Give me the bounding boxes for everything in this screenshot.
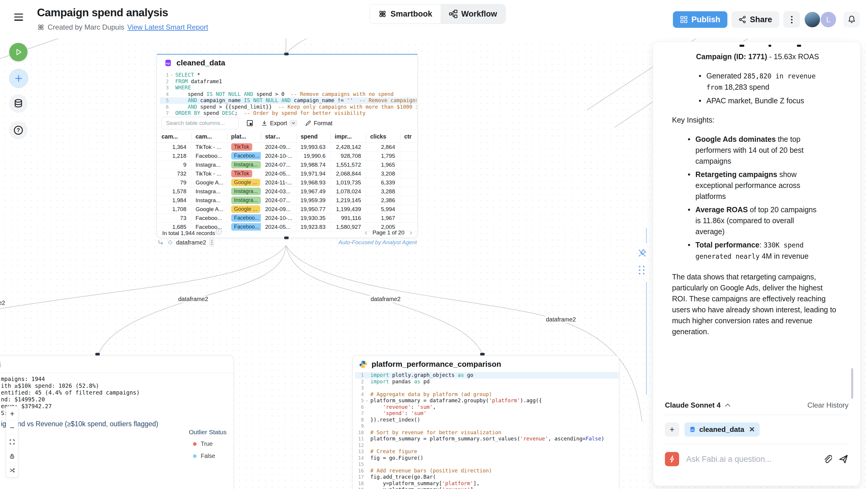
column-header[interactable]: cam... xyxy=(191,130,227,142)
tab-smartbook-label: Smartbook xyxy=(391,9,432,19)
table-row[interactable]: 1,364TikTok - ...TikTok2024-09...19,993.… xyxy=(157,143,417,152)
column-header[interactable]: ctr xyxy=(400,130,416,142)
lock-axes-button[interactable] xyxy=(6,449,18,463)
platform-badge: Instagra... xyxy=(231,188,261,195)
expand-icon xyxy=(246,120,253,127)
publish-button[interactable]: Publish xyxy=(673,11,727,28)
tab-smartbook[interactable]: Smartbook xyxy=(370,4,440,23)
share-icon xyxy=(739,16,746,23)
model-selector[interactable]: Claude Sonnet 4 xyxy=(665,401,731,409)
avatar-initial[interactable]: L xyxy=(820,11,837,28)
info-icon[interactable]: i xyxy=(216,229,221,235)
table-row[interactable]: 73Faceboo...Faceboo...2024-10-...19,930.… xyxy=(157,214,417,223)
column-header[interactable]: impr... xyxy=(331,130,366,142)
node-platform-performance[interactable]: platform_performance_comparison 1import … xyxy=(352,355,619,489)
dataframe-menu-button[interactable] xyxy=(209,239,214,246)
input-port[interactable] xyxy=(284,53,289,55)
prev-page-button[interactable]: ‹ xyxy=(365,228,367,237)
data-sources-button[interactable] xyxy=(9,94,28,113)
table-row[interactable]: 732TikTok - ...TikTok2024-05...19,971.94… xyxy=(157,169,417,178)
table-row[interactable]: 1,984Instagra...Instagra...2024-07...19,… xyxy=(157,196,417,205)
help-button[interactable]: ? xyxy=(9,121,28,140)
python-editor[interactable]: 1import plotly.graph_objects as go2impor… xyxy=(355,372,618,489)
column-header[interactable]: spend xyxy=(297,130,331,142)
share-button[interactable]: Share xyxy=(732,11,779,28)
fullscreen-button[interactable] xyxy=(6,435,18,449)
chart-legend: Outlier Status True False xyxy=(189,429,226,465)
legend-swatch-true xyxy=(193,442,196,446)
add-context-button[interactable]: + xyxy=(665,422,679,437)
table-row[interactable]: 79Google A...Google ...2024-11-...19,968… xyxy=(157,178,417,187)
notifications-button[interactable] xyxy=(844,11,860,28)
record-count: In total 1,944 recordsi xyxy=(162,229,221,237)
next-page-button[interactable]: › xyxy=(410,228,412,237)
legend-label: True xyxy=(201,440,213,447)
panel-drag-handle[interactable] xyxy=(639,266,647,278)
panel-guide-line xyxy=(646,228,647,243)
download-icon xyxy=(261,120,268,126)
format-pen-icon xyxy=(305,120,311,126)
shuffle-button[interactable] xyxy=(6,463,18,477)
node-campaign-roi[interactable]: gn_roi mpaigns: 1944ith ≥$10k spend: 102… xyxy=(0,355,234,489)
roi-input-port[interactable] xyxy=(95,353,100,356)
export-dropdown[interactable] xyxy=(289,120,297,126)
expand-table-button[interactable] xyxy=(246,120,253,127)
export-button[interactable]: Export xyxy=(261,120,297,127)
plus-icon xyxy=(14,74,23,83)
sql-editor[interactable]: 1›SELECT *2FROM dataframe13WHERE4 spend … xyxy=(160,72,417,117)
legend-item[interactable]: False xyxy=(193,453,226,459)
ask-question-input[interactable] xyxy=(686,454,816,464)
platform-badge: Faceboo... xyxy=(231,152,261,159)
avatar[interactable] xyxy=(804,11,820,28)
legend-label: False xyxy=(201,453,215,459)
insight-bullet: Generated 285,820 in revenue from 18,283… xyxy=(699,70,827,93)
insight-bullet: APAC market, Bundle Z focus xyxy=(699,95,827,106)
lock-icon xyxy=(9,453,15,459)
insight-bullet: Google Ads dominates the top performers … xyxy=(688,134,823,166)
fabi-logo xyxy=(665,452,679,466)
table-row[interactable]: 1,578Instagra...Instagra...2024-03...19,… xyxy=(157,187,417,196)
export-label: Export xyxy=(270,120,287,127)
zoom-out-button[interactable]: − xyxy=(6,421,18,435)
column-header[interactable]: star... xyxy=(261,130,297,142)
code-line: 18 y=platform_summary['platform'], xyxy=(355,481,618,487)
insight-bullet: Total performance: 330K spend generated … xyxy=(688,240,823,262)
platform-input-port[interactable] xyxy=(480,353,485,356)
legend-item[interactable]: True xyxy=(193,440,226,447)
smart-report-link[interactable]: View Latest Smart Report xyxy=(127,23,208,31)
auto-focus-note: Auto-Focused by Analyst Agent xyxy=(338,239,417,246)
send-icon[interactable] xyxy=(838,454,848,464)
smartbook-icon xyxy=(378,9,387,18)
code-line: 10# Sort by revenue for better visualiza… xyxy=(355,429,618,436)
code-line: 17fig.add_trace(go.Bar( xyxy=(355,474,618,481)
table-row[interactable]: 9Instagra...Instagra...2024-07...19,988.… xyxy=(157,160,417,169)
format-button[interactable]: Format xyxy=(305,120,333,127)
context-chip-cleaned-data[interactable]: SQL cleaned_data ✕ xyxy=(684,422,760,437)
menu-icon[interactable] xyxy=(14,13,23,21)
node-cleaned-data[interactable]: SQL cleaned_data 1›SELECT *2FROM datafra… xyxy=(157,54,418,238)
unpin-panel-icon[interactable] xyxy=(637,248,647,258)
search-columns-input[interactable] xyxy=(162,117,239,129)
column-header[interactable]: clicks xyxy=(366,130,400,142)
return-arrow-icon xyxy=(158,239,164,246)
add-node-button[interactable] xyxy=(9,69,28,88)
table-row[interactable]: 1,218Faceboo...Faceboo...2024-10-...19,9… xyxy=(157,152,417,160)
byline: Created by Marc Dupuis View Latest Smart… xyxy=(37,23,208,31)
column-header[interactable]: cam... xyxy=(157,130,191,142)
output-dataframe-label[interactable]: dataframe2 xyxy=(176,239,206,246)
legend-title: Outlier Status xyxy=(189,429,226,436)
edge-label: dataframe2 xyxy=(545,316,577,323)
panel-scrollbar[interactable] xyxy=(851,368,853,399)
tab-workflow[interactable]: Workflow xyxy=(440,4,505,23)
more-options-button[interactable] xyxy=(783,11,800,28)
column-header[interactable]: plat... xyxy=(227,130,261,142)
code-line: 11platform_summary = platform_summary.so… xyxy=(355,436,618,442)
chevron-up-icon xyxy=(725,403,731,407)
clear-history-button[interactable]: Clear History xyxy=(807,401,848,409)
zoom-in-button[interactable]: + xyxy=(6,406,18,421)
table-row[interactable]: 1,708Google A...Google ...2024-09...19,9… xyxy=(157,205,417,214)
bell-icon xyxy=(847,15,856,24)
chip-close-icon[interactable]: ✕ xyxy=(749,425,755,434)
run-workflow-button[interactable] xyxy=(9,43,28,61)
attachment-icon[interactable] xyxy=(823,454,832,464)
